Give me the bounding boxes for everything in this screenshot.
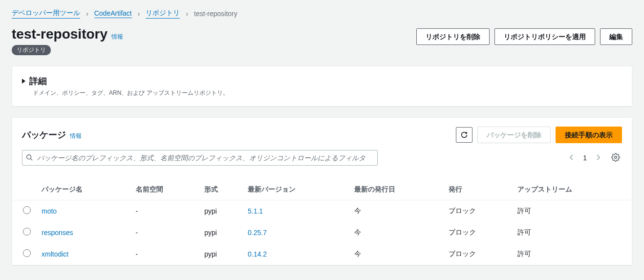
chevron-right-icon: › [86, 10, 88, 18]
cell-namespace: - [131, 222, 200, 243]
details-title: 詳細 [29, 75, 47, 87]
package-name-link[interactable]: xmltodict [42, 250, 68, 258]
row-select-radio[interactable] [23, 228, 31, 236]
breadcrumb-repositories[interactable]: リポジトリ [146, 9, 180, 19]
package-filter-input[interactable] [22, 150, 378, 166]
cell-published: 今 [349, 243, 444, 265]
refresh-button[interactable] [456, 127, 472, 143]
col-upstream[interactable]: アップストリーム [513, 171, 632, 200]
table-row: moto-pypi5.1.1今ブロック許可 [12, 200, 632, 222]
cell-namespace: - [131, 243, 200, 265]
col-latest-version[interactable]: 最新バージョン [243, 171, 349, 200]
edit-button[interactable]: 編集 [600, 28, 632, 45]
packages-table: パッケージ名 名前空間 形式 最新バージョン 最新の発行日 発行 アップストリー… [12, 171, 632, 265]
version-link[interactable]: 0.25.7 [248, 229, 267, 237]
cell-upstream: 許可 [513, 200, 632, 222]
pagination: 1 [567, 151, 622, 165]
package-name-link[interactable]: moto [42, 207, 57, 215]
breadcrumb: デベロッパー用ツール › CodeArtifact › リポジトリ › test… [0, 0, 644, 22]
svg-point-0 [27, 155, 31, 159]
package-name-link[interactable]: responses [42, 229, 73, 237]
col-publish[interactable]: 発行 [444, 171, 513, 200]
version-link[interactable]: 5.1.1 [248, 207, 263, 215]
col-namespace[interactable]: 名前空間 [131, 171, 200, 200]
version-link[interactable]: 0.14.2 [248, 250, 267, 258]
refresh-icon [460, 131, 468, 139]
next-page-button[interactable] [594, 152, 602, 164]
search-icon [26, 154, 33, 162]
chevron-right-icon: › [186, 10, 188, 18]
cell-published: 今 [349, 200, 444, 222]
breadcrumb-current: test-repository [194, 10, 237, 18]
settings-button[interactable] [609, 151, 622, 165]
page-number: 1 [583, 154, 587, 162]
info-link[interactable]: 情報 [111, 33, 123, 41]
cell-publish: ブロック [444, 222, 513, 243]
packages-info-link[interactable]: 情報 [70, 132, 82, 140]
cell-upstream: 許可 [513, 222, 632, 243]
page-title: test-repository [12, 26, 107, 42]
table-row: xmltodict-pypi0.14.2今ブロック許可 [12, 243, 632, 265]
cell-upstream: 許可 [513, 243, 632, 265]
packages-title: パッケージ [22, 129, 66, 141]
chevron-left-icon [569, 154, 574, 161]
cell-publish: ブロック [444, 200, 513, 222]
cell-namespace: - [131, 200, 200, 222]
breadcrumb-dev-tools[interactable]: デベロッパー用ツール [12, 9, 80, 19]
table-row: responses-pypi0.25.7今ブロック許可 [12, 222, 632, 243]
col-package-name[interactable]: パッケージ名 [37, 171, 131, 200]
cell-published: 今 [349, 222, 444, 243]
prev-page-button[interactable] [567, 152, 576, 164]
details-subtitle: ドメイン、ポリシー、タグ、ARN、および アップストリームリポジトリ。 [33, 89, 622, 97]
cell-format: pypi [199, 243, 243, 265]
row-select-radio[interactable] [23, 206, 31, 214]
repository-badge: リポジトリ [12, 45, 51, 55]
cell-publish: ブロック [444, 243, 513, 265]
details-panel: 詳細 ドメイン、ポリシー、タグ、ARN、および アップストリームリポジトリ。 [12, 66, 632, 107]
delete-repository-button[interactable]: リポジトリを削除 [416, 28, 490, 45]
row-select-radio[interactable] [23, 249, 31, 257]
gear-icon [611, 153, 620, 162]
breadcrumb-codeartifact[interactable]: CodeArtifact [94, 9, 132, 18]
caret-right-icon [22, 79, 25, 84]
svg-point-2 [615, 156, 617, 158]
page-header: test-repository 情報 リポジトリ リポジトリを削除 リポジトリポ… [0, 22, 644, 55]
col-latest-publish[interactable]: 最新の発行日 [349, 171, 444, 200]
view-connection-button[interactable]: 接続手順の表示 [556, 127, 622, 143]
details-toggle[interactable]: 詳細 [22, 75, 622, 87]
apply-policy-button[interactable]: リポジトリポリシーを適用 [494, 28, 595, 45]
svg-line-1 [31, 159, 33, 161]
delete-package-button[interactable]: パッケージを削除 [477, 127, 551, 143]
packages-panel: パッケージ 情報 パッケージを削除 接続手順の表示 1 [12, 117, 632, 265]
cell-format: pypi [199, 200, 243, 222]
cell-format: pypi [199, 222, 243, 243]
col-format[interactable]: 形式 [199, 171, 243, 200]
chevron-right-icon [596, 154, 601, 161]
chevron-right-icon: › [138, 10, 140, 18]
